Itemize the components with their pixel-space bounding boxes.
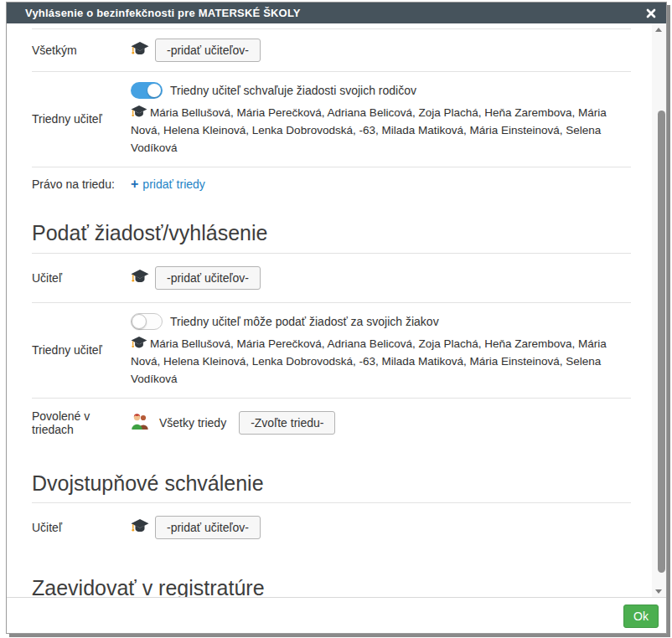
students-icon bbox=[131, 413, 150, 434]
teacher-names-list: Mária Bellušová, Mária Perečková, Adrian… bbox=[131, 104, 631, 157]
choose-class-button[interactable]: -Zvoľte triedu- bbox=[239, 411, 335, 435]
add-teachers-button[interactable]: -pridať učiteľov- bbox=[155, 39, 261, 62]
row-class-right: Právo na triedu: + pridať triedy bbox=[32, 167, 631, 203]
add-teachers-button[interactable]: -pridať učiteľov- bbox=[155, 516, 261, 539]
graduation-cap-icon bbox=[131, 518, 149, 538]
teacher-names-list: Mária Bellušová, Mária Perečková, Adrian… bbox=[131, 335, 631, 388]
page: Vyhlásenie o bezinfekčnosti pre MATERSKÉ… bbox=[0, 0, 672, 638]
graduation-cap-icon bbox=[131, 41, 149, 60]
dialog-content: Všetkým -pridať učiteľov- Triedny učiteľ bbox=[7, 23, 666, 597]
add-teachers-button[interactable]: -pridať učiteľov- bbox=[155, 266, 261, 290]
modal-dialog: Vyhlásenie o bezinfekčnosti pre MATERSKÉ… bbox=[6, 2, 667, 634]
toggle-class-teacher-approves[interactable] bbox=[131, 82, 163, 99]
toggle-class-teacher-can-submit[interactable] bbox=[131, 313, 163, 330]
row-teacher-submit: Učiteľ -pridať učiteľov- bbox=[32, 254, 631, 303]
add-classes-link[interactable]: pridať triedy bbox=[142, 178, 205, 191]
section-heading-two-step: Dvojstupňové schválenie bbox=[32, 471, 631, 503]
row-class-teacher-submit: Triedny učiteľ Triedny učiteľ môže podať… bbox=[32, 303, 631, 399]
row-allowed-classes: Povolené v triedach Všetky triedy -Zvoľt… bbox=[32, 399, 631, 448]
row-class-right-label: Právo na triedu: bbox=[32, 178, 131, 191]
graduation-cap-icon bbox=[131, 269, 149, 288]
row-allowed-classes-label: Povolené v triedach bbox=[32, 409, 131, 436]
ok-button[interactable]: Ok bbox=[623, 605, 659, 628]
teacher-names-text: Mária Bellušová, Mária Perečková, Adrian… bbox=[131, 337, 607, 385]
row-class-teacher-approve: Triedny učiteľ Triedny učiteľ schvaľuje … bbox=[32, 72, 631, 167]
section-heading-registry: Zaevidovať v registratúre bbox=[32, 576, 631, 597]
teacher-names-text: Mária Bellušová, Mária Perečková, Adrian… bbox=[131, 106, 607, 154]
row-everyone: Všetkým -pridať učiteľov- bbox=[32, 28, 631, 72]
toggle-class-teacher-approves-label: Triedny učiteľ schvaľuje žiadosti svojic… bbox=[170, 84, 416, 97]
row-everyone-label: Všetkým bbox=[32, 44, 131, 57]
graduation-cap-icon bbox=[131, 106, 150, 119]
dialog-titlebar: Vyhlásenie o bezinfekčnosti pre MATERSKÉ… bbox=[7, 3, 666, 23]
section-heading-submit: Podať žiadosť/vyhlásenie bbox=[32, 221, 631, 254]
all-classes-value: Všetky triedy bbox=[159, 416, 226, 430]
row-teacher-submit-label: Učiteľ bbox=[32, 271, 131, 285]
dialog-footer: Ok bbox=[7, 597, 666, 633]
toggle-knob bbox=[147, 84, 161, 97]
row-teacher-approve-label: Učiteľ bbox=[32, 521, 131, 534]
row-teacher-approve: Učiteľ -pridať učiteľov- bbox=[32, 503, 631, 553]
dialog-title: Vyhlásenie o bezinfekčnosti pre MATERSKÉ… bbox=[25, 7, 301, 19]
row-class-teacher-approve-label: Triedny učiteľ bbox=[32, 112, 131, 126]
plus-icon: + bbox=[131, 178, 138, 191]
scroll-up-arrow-icon[interactable] bbox=[652, 23, 666, 35]
scroll-down-arrow-icon[interactable] bbox=[652, 585, 666, 597]
row-class-teacher-submit-label: Triedny učiteľ bbox=[32, 343, 131, 357]
toggle-class-teacher-can-submit-label: Triedny učiteľ môže podať žiadosť za svo… bbox=[170, 315, 439, 328]
scrollbar[interactable] bbox=[652, 23, 666, 597]
close-icon[interactable] bbox=[646, 8, 656, 18]
toggle-knob bbox=[132, 314, 147, 329]
scrollbar-thumb[interactable] bbox=[658, 111, 665, 573]
graduation-cap-icon bbox=[131, 337, 150, 350]
